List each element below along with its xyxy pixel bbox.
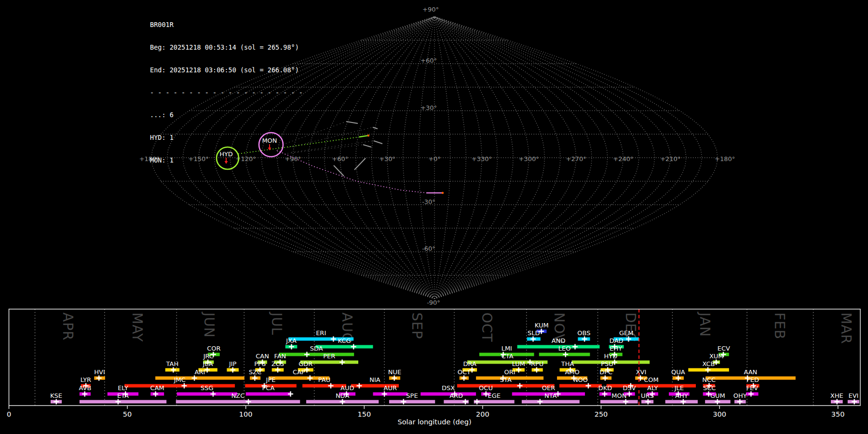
tick-label: 50 bbox=[123, 410, 132, 418]
meteor-trail-tip bbox=[367, 135, 369, 136]
mon-count: MON: 1 bbox=[150, 157, 303, 164]
shower-label: MON bbox=[611, 392, 626, 399]
grid-meridian bbox=[434, 17, 670, 299]
shower-label: OCT bbox=[458, 368, 471, 376]
shower-bar bbox=[316, 345, 373, 349]
shower-label: AND bbox=[552, 337, 566, 344]
shower-bar bbox=[80, 400, 166, 404]
tick-label: 0 bbox=[7, 410, 11, 418]
lat-label: +30° bbox=[420, 104, 437, 111]
sporadic-meteor-trail bbox=[354, 158, 366, 170]
shower-label: OCU bbox=[479, 384, 493, 392]
shower-label: PCA bbox=[262, 384, 274, 392]
shower-label: PPS bbox=[254, 360, 266, 367]
shower-label: XHE bbox=[830, 392, 843, 399]
month-label-group: SEP bbox=[409, 312, 425, 339]
shower-label: NUE bbox=[388, 368, 401, 376]
shower-label: CTA bbox=[502, 353, 514, 360]
shower-bar bbox=[559, 384, 602, 388]
shower-label: ELY bbox=[118, 384, 128, 392]
shower-label: KUM bbox=[535, 322, 549, 329]
lat-label: -60° bbox=[422, 245, 435, 252]
month-label: JUN bbox=[201, 312, 217, 338]
month-label-group: APR bbox=[60, 312, 76, 341]
shower-label: XVI bbox=[636, 368, 647, 376]
shower-label: OHY bbox=[733, 392, 747, 399]
shower-label: LMI bbox=[502, 345, 512, 352]
sporadic-meteor-trail bbox=[334, 165, 344, 176]
x-axis-label: Solar longitude (deg) bbox=[397, 418, 471, 426]
tick-label: 300 bbox=[713, 410, 726, 418]
shower-label: STA bbox=[500, 376, 512, 383]
shower-label: ORI bbox=[504, 368, 515, 376]
shower-label: DSV bbox=[623, 384, 636, 392]
shower-label: KSE bbox=[50, 392, 62, 399]
shower-bar bbox=[373, 393, 408, 396]
shower-label: LYR bbox=[81, 376, 92, 383]
shower-bar bbox=[420, 393, 476, 396]
lon-label: +0° bbox=[428, 155, 441, 163]
shower-bar bbox=[389, 400, 435, 404]
meteor-trail-solid bbox=[359, 136, 368, 137]
shower-label: PAU bbox=[318, 376, 330, 383]
begin-line: Beg: 20251218 00:53:14 (sol = 265.98°) bbox=[150, 44, 303, 52]
separator-line: - - - - - - - - - - - - - - - - - - - - bbox=[150, 89, 303, 97]
shower-label: FAN bbox=[274, 353, 286, 360]
shower-label: JXA bbox=[285, 337, 297, 344]
shower-label: EGE bbox=[488, 392, 501, 399]
shower-label: DPC bbox=[599, 368, 612, 376]
shower-label: JEA bbox=[203, 360, 213, 367]
grid-meridian bbox=[434, 17, 576, 299]
pole-top-label: +90° bbox=[422, 6, 439, 13]
shower-label: SLD bbox=[528, 329, 540, 337]
month-label: FEB bbox=[772, 312, 787, 339]
shower-bar bbox=[302, 384, 346, 388]
shower-label: LEO bbox=[558, 345, 571, 352]
observation-info: BR001R Beg: 20251218 00:53:14 (sol = 265… bbox=[150, 6, 303, 172]
month-label-group: JUL bbox=[269, 312, 285, 335]
shower-label: JMC bbox=[174, 376, 186, 383]
shower-label: GDR bbox=[298, 360, 312, 367]
shower-bar bbox=[177, 393, 237, 396]
shower-bar bbox=[279, 353, 354, 356]
shower-label: DAD bbox=[610, 337, 624, 344]
shower-label: QUA bbox=[671, 368, 685, 376]
shower-label: EHY bbox=[610, 345, 622, 352]
shower-label: NZC bbox=[231, 392, 245, 399]
end-line: End: 20251218 03:06:50 (sol = 266.08°) bbox=[150, 67, 303, 74]
shower-bar bbox=[522, 400, 580, 404]
shower-label: DKD bbox=[598, 384, 612, 392]
shower-label: GUM bbox=[710, 392, 725, 399]
shower-bar bbox=[155, 377, 244, 380]
shower-label: SZC bbox=[249, 368, 261, 376]
shower-label: AAN bbox=[744, 368, 757, 376]
month-label: SEP bbox=[409, 312, 425, 339]
shower-label: JRC bbox=[203, 353, 214, 360]
shower-label: NCC bbox=[702, 376, 716, 383]
month-label-group: JUN bbox=[201, 312, 217, 338]
shower-label: SDA bbox=[310, 345, 323, 352]
shower-label: AMO bbox=[565, 368, 579, 376]
shower-label: AVB bbox=[79, 384, 91, 392]
sporadic-meteor-trail bbox=[374, 141, 382, 144]
shower-label: FED bbox=[746, 376, 759, 383]
shower-label: ETA bbox=[117, 392, 129, 399]
month-label: JUL bbox=[269, 312, 285, 335]
month-label-group: OCT bbox=[479, 312, 495, 342]
shower-label: JIP bbox=[229, 360, 237, 367]
month-label-group: FEB bbox=[772, 312, 787, 339]
shower-label: COM bbox=[644, 376, 659, 383]
shower-label: ERI bbox=[316, 329, 326, 337]
x-axis: 050100150200250300350Solar longitude (de… bbox=[7, 406, 845, 426]
shower-bar bbox=[457, 384, 555, 388]
shower-label: OBS bbox=[577, 329, 590, 337]
shower-label: COR bbox=[207, 345, 220, 352]
shower-label: ECV bbox=[718, 345, 730, 352]
shower-label: SPE bbox=[406, 392, 418, 399]
shower-label: SCC bbox=[703, 384, 716, 392]
lon-label: +180° bbox=[715, 155, 735, 163]
shower-label: XUM bbox=[709, 353, 724, 360]
shower-label: NTA bbox=[544, 392, 557, 399]
lon-label: +300° bbox=[519, 155, 539, 163]
tick-label: 350 bbox=[831, 410, 845, 418]
